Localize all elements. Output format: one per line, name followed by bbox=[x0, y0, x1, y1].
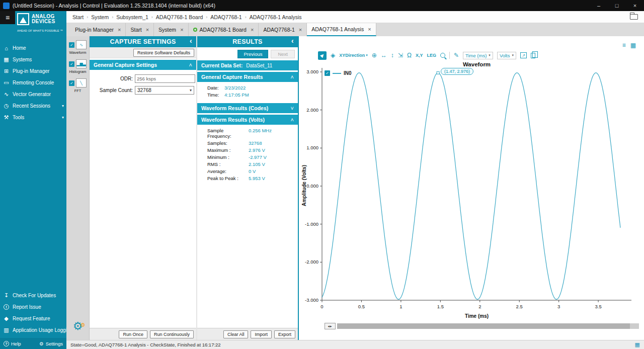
adi-logo: ANALOG DEVICES bbox=[17, 13, 55, 25]
run-once-button[interactable]: Run Once bbox=[119, 330, 147, 338]
zoom-icon[interactable] bbox=[440, 53, 445, 58]
general-capture-settings-section[interactable]: General Capture Settings ˄ bbox=[90, 60, 196, 70]
waveform-checkbox[interactable]: ✓ bbox=[69, 42, 74, 48]
waveform-view-toggle[interactable]: ✓ ∿ Waveform bbox=[69, 40, 87, 55]
chevron-down-icon[interactable]: ▾ bbox=[62, 104, 64, 108]
waveform-plot[interactable]: 00.511.522.533.53.0002.0001.0000.000-1.0… bbox=[299, 36, 644, 340]
horizontal-zoom-button[interactable]: ↔ bbox=[381, 51, 387, 60]
tab-adaq7768-1-analysis[interactable]: ADAQ7768-1 Analysis × bbox=[307, 23, 376, 36]
histogram-view-toggle[interactable]: ✓ ▂▆▃ Histogram bbox=[69, 59, 87, 74]
chevron-down-icon[interactable]: ▾ bbox=[62, 115, 64, 120]
collapse-panel-icon[interactable]: ‹ bbox=[291, 37, 294, 45]
run-continuously-button[interactable]: Run Continuously bbox=[150, 330, 194, 338]
tab-adaq7768-1-board[interactable]: ADAQ7768-1 Board × bbox=[189, 23, 259, 36]
pan-tool-button[interactable]: ⊕ bbox=[372, 51, 377, 60]
close-icon[interactable]: × bbox=[251, 27, 254, 33]
breadcrumb-item[interactable]: Start bbox=[72, 14, 84, 20]
restore-defaults-button[interactable]: Restore Software Defaults bbox=[133, 49, 194, 57]
close-button[interactable]: × bbox=[626, 0, 644, 11]
y-units-dropdown[interactable]: Volts ▾ bbox=[497, 52, 516, 59]
export-plot-icon[interactable]: ↗ bbox=[520, 52, 527, 58]
chart-legend: ✓ IN0 bbox=[325, 70, 352, 76]
undo-zoom-button[interactable]: Ω bbox=[407, 51, 412, 60]
waveform-results-codes-section[interactable]: Waveform Results (Codes) ˅ bbox=[197, 103, 298, 113]
previous-dataset-button[interactable]: Previous bbox=[237, 50, 268, 58]
sidebar-item-systems[interactable]: ▦ Systems bbox=[0, 54, 66, 65]
sidebar-item-check-for-updates[interactable]: ↧ Check For Updates bbox=[0, 290, 66, 301]
sidebar-item-report-issue[interactable]: ! Report Issue bbox=[0, 301, 66, 313]
xy-direction-dropdown[interactable]: XYDirection ▾ bbox=[339, 53, 368, 58]
minimize-button[interactable]: – bbox=[590, 0, 608, 11]
session-folder-icon[interactable] bbox=[630, 14, 638, 20]
analysis-settings-gear-button[interactable]: ⚙ ⚙ bbox=[73, 321, 83, 332]
annotate-pencil-button[interactable]: ✎ bbox=[454, 51, 459, 60]
exclamation-icon: ! bbox=[4, 304, 9, 310]
sidebar-item-recent-sessions[interactable]: ◷ Recent Sessions ▾ bbox=[0, 100, 66, 112]
status-grid-icon[interactable]: ▦ bbox=[635, 341, 640, 348]
sidebar-item-vector-generator[interactable]: ∿ Vector Generator bbox=[0, 89, 66, 100]
vector-generator-icon: ∿ bbox=[3, 91, 10, 98]
scroll-arrows-button[interactable]: ◂▸ bbox=[325, 323, 336, 329]
capture-settings-toolbar: Restore Software Defaults bbox=[90, 47, 196, 58]
app-icon bbox=[3, 3, 10, 9]
tab-adaq7768-1[interactable]: ADAQ7768-1 × bbox=[259, 23, 307, 36]
close-icon[interactable]: × bbox=[180, 27, 183, 33]
tag-tool-button[interactable]: ◈ bbox=[331, 51, 335, 60]
close-icon[interactable]: × bbox=[299, 27, 302, 33]
odr-input[interactable] bbox=[135, 74, 195, 83]
breadcrumb-item[interactable]: ADAQ7768-1 bbox=[210, 14, 242, 20]
series-in0-checkbox[interactable]: ✓ bbox=[325, 70, 330, 76]
tab-system[interactable]: System × bbox=[154, 23, 188, 36]
breadcrumb-item[interactable]: Subsystem_1 bbox=[116, 14, 148, 20]
xy-readout-toggle[interactable]: X,Y bbox=[416, 53, 423, 58]
vertical-zoom-button[interactable]: ↕ bbox=[391, 51, 394, 60]
chevron-down-icon: ▾ bbox=[366, 53, 368, 57]
help-button[interactable]: ? Help bbox=[4, 341, 21, 346]
svg-text:3: 3 bbox=[557, 304, 560, 309]
general-capture-results-section[interactable]: General Capture Results ˄ bbox=[197, 72, 298, 82]
settings-button[interactable]: ⚙ Settings bbox=[39, 341, 63, 346]
maximize-button[interactable]: □ bbox=[608, 0, 626, 11]
tab-plugin-manager[interactable]: Plug-in Manager × bbox=[70, 23, 126, 36]
svg-text:-2.000: -2.000 bbox=[305, 259, 318, 265]
breadcrumb-item[interactable]: System bbox=[91, 14, 109, 20]
result-row: Average: 0 V bbox=[207, 168, 298, 174]
x-units-dropdown[interactable]: Time (ms) ▾ bbox=[463, 52, 493, 59]
chart-toolbar: ▶ ◈ XYDirection ▾ ⊕ ↔ ↕ ⇲ Ω X,Y LEG ✎ Ti… bbox=[318, 50, 535, 60]
clear-all-button[interactable]: Clear All bbox=[223, 330, 249, 338]
sidebar-item-application-usage-logging[interactable]: ▥ Application Usage Logging bbox=[0, 324, 66, 336]
sidebar-item-plugin-manager[interactable]: ⊞ Plug-in Manager bbox=[0, 65, 66, 77]
sidebar-item-remoting-console[interactable]: ▭ Remoting Console bbox=[0, 77, 66, 89]
chart-hscrollbar-thumb[interactable] bbox=[337, 323, 630, 329]
hamburger-menu-icon[interactable]: ≡ bbox=[0, 11, 15, 24]
export-button[interactable]: Export bbox=[274, 330, 295, 338]
breadcrumb-item[interactable]: ADAQ7768-1 Board bbox=[156, 14, 203, 20]
fit-to-view-button[interactable]: ⇲ bbox=[398, 51, 403, 60]
plot-grid-icon[interactable]: ▦ bbox=[630, 42, 636, 49]
window-controls: – □ × bbox=[590, 0, 644, 11]
collapse-panel-icon[interactable]: ‹ bbox=[190, 37, 192, 45]
next-dataset-button[interactable]: Next bbox=[271, 50, 295, 58]
legend-toggle[interactable]: LEG bbox=[427, 53, 436, 58]
close-icon[interactable]: × bbox=[146, 27, 149, 33]
close-icon[interactable]: × bbox=[118, 27, 121, 33]
chart-hscrollbar-track[interactable] bbox=[337, 323, 639, 329]
close-icon[interactable]: × bbox=[368, 26, 371, 32]
sample-count-label: Sample Count: bbox=[92, 88, 133, 93]
breadcrumb-item[interactable]: ADAQ7768-1 Analysis bbox=[250, 14, 302, 20]
sample-count-dropdown[interactable]: 32768 ▾ bbox=[135, 86, 194, 95]
waveform-results-volts-section[interactable]: Waveform Results (Volts) ˄ bbox=[197, 115, 298, 125]
fft-checkbox[interactable]: ✓ bbox=[69, 80, 74, 86]
copy-plot-icon[interactable] bbox=[531, 53, 535, 58]
sidebar-item-request-feature[interactable]: ◆ Request Feature bbox=[0, 313, 66, 324]
sidebar-item-home[interactable]: ⌂ Home bbox=[0, 42, 66, 54]
fft-view-toggle[interactable]: ✓ ╲ FFT bbox=[69, 78, 87, 93]
pointer-tool-button[interactable]: ▶ bbox=[318, 51, 327, 60]
tab-start[interactable]: Start × bbox=[126, 23, 154, 36]
result-row: RMS : 2.105 V bbox=[207, 161, 298, 167]
sidebar-item-tools[interactable]: ⚒ Tools ▾ bbox=[0, 112, 66, 123]
plot-list-icon[interactable]: ≡ bbox=[622, 42, 626, 49]
histogram-checkbox[interactable]: ✓ bbox=[69, 61, 74, 67]
plugin-icon: ⊞ bbox=[3, 68, 10, 74]
import-button[interactable]: Import bbox=[251, 330, 272, 338]
